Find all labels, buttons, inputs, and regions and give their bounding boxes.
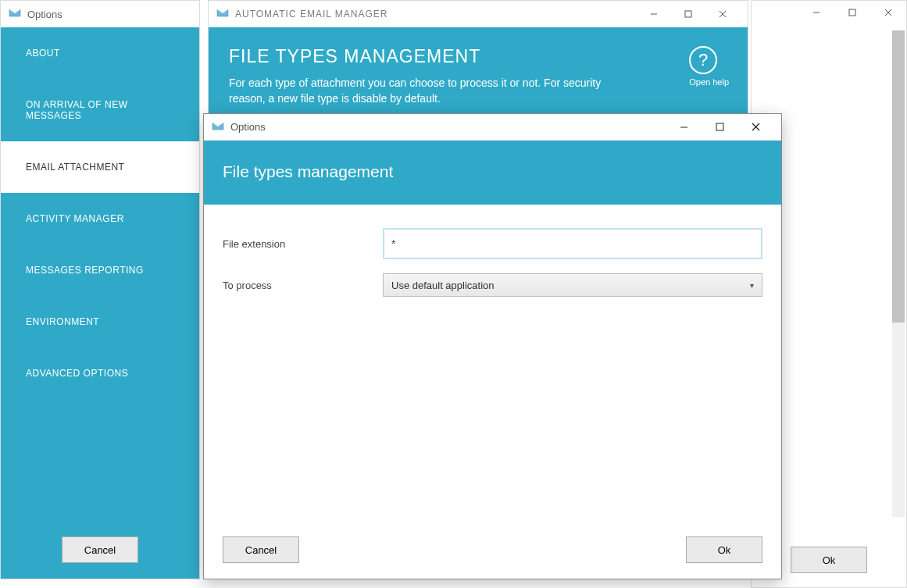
- file-extension-input[interactable]: [383, 228, 762, 259]
- mid-titlebar: AUTOMATIC EMAIL MANAGER: [209, 1, 748, 27]
- file-extension-label: File extension: [223, 238, 383, 250]
- svg-rect-5: [685, 11, 691, 17]
- sidebar-item-email-attachment[interactable]: EMAIL ATTACHMENT: [1, 141, 199, 193]
- to-process-value: Use default application: [391, 280, 495, 291]
- ok-button[interactable]: Ok: [686, 536, 762, 563]
- dialog-header: File types management: [204, 141, 781, 205]
- sidebar-item-messages-reporting[interactable]: MESSAGES REPORTING: [1, 244, 199, 296]
- close-icon[interactable]: [705, 2, 740, 26]
- back-titlebar: [752, 1, 906, 29]
- sidebar-item-activity-manager[interactable]: ACTIVITY MANAGER: [1, 193, 199, 244]
- sidebar-footer: Cancel: [1, 521, 199, 579]
- close-icon[interactable]: [737, 116, 773, 139]
- maximize-icon[interactable]: [671, 2, 705, 26]
- help-icon: ?: [689, 46, 717, 74]
- ok-button[interactable]: Ok: [791, 547, 867, 573]
- cancel-button[interactable]: Cancel: [223, 536, 299, 563]
- left-titlebar: Options: [1, 1, 199, 27]
- app-icon: [216, 7, 229, 21]
- sidebar-item-advanced-options[interactable]: ADVANCED OPTIONS: [1, 347, 199, 399]
- minimize-icon[interactable]: [637, 2, 671, 26]
- sidebar: ABOUT ON ARRIVAL OF NEW MESSAGES EMAIL A…: [1, 27, 199, 579]
- dialog-footer: Cancel Ok: [223, 536, 762, 563]
- sidebar-item-environment[interactable]: ENVIRONMENT: [1, 296, 199, 347]
- chevron-down-icon: ▾: [750, 281, 754, 290]
- close-icon[interactable]: [870, 1, 906, 24]
- sidebar-item-on-arrival[interactable]: ON ARRIVAL OF NEW MESSAGES: [1, 79, 199, 141]
- to-process-row: To process Use default application ▾: [223, 273, 762, 297]
- svg-rect-9: [716, 123, 723, 130]
- sidebar-item-about[interactable]: ABOUT: [1, 27, 199, 79]
- dialog-body: File extension To process Use default ap…: [204, 205, 781, 334]
- maximize-icon[interactable]: [834, 1, 870, 24]
- to-process-select[interactable]: Use default application ▾: [383, 273, 762, 297]
- dialog-heading: File types management: [223, 162, 762, 181]
- dialog-title: Options: [230, 121, 666, 133]
- cancel-button[interactable]: Cancel: [62, 536, 138, 563]
- dialog-titlebar: Options: [204, 114, 781, 141]
- scrollbar[interactable]: [892, 30, 905, 517]
- options-dialog: Options File types management File exten…: [203, 113, 782, 579]
- mid-heading: FILE TYPES MANAGEMENT: [229, 46, 727, 67]
- left-title: Options: [27, 9, 62, 20]
- mid-description: For each type of attachment you can choo…: [229, 75, 620, 107]
- svg-rect-1: [849, 9, 855, 16]
- app-icon: [9, 7, 21, 21]
- mid-header: FILE TYPES MANAGEMENT For each type of a…: [209, 27, 748, 123]
- scrollbar-thumb[interactable]: [892, 30, 905, 323]
- app-icon: [212, 120, 224, 134]
- open-help-button[interactable]: ? Open help: [689, 46, 729, 87]
- minimize-icon[interactable]: [666, 116, 702, 139]
- help-label: Open help: [689, 77, 729, 87]
- app-title: AUTOMATIC EMAIL MANAGER: [235, 9, 637, 20]
- file-extension-row: File extension: [223, 228, 762, 259]
- minimize-icon[interactable]: [798, 1, 834, 24]
- options-sidebar-window: Options ABOUT ON ARRIVAL OF NEW MESSAGES…: [0, 0, 200, 579]
- to-process-label: To process: [223, 280, 383, 291]
- maximize-icon[interactable]: [702, 116, 737, 139]
